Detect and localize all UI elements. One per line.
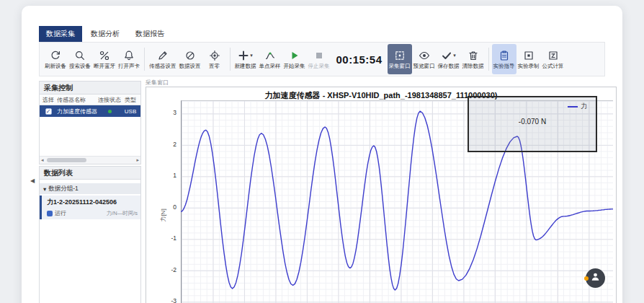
experiment-record-label: 实验录制 (518, 63, 540, 69)
clipboard-icon (498, 50, 510, 61)
single-sample-button[interactable]: 单点采样 (258, 44, 282, 74)
zero-set-label: 置零 (209, 63, 220, 69)
formula-calc-label: 公式计算 (542, 63, 564, 69)
toolbar: 刷新设备搜索设备断开蓝牙打开声卡传感器设置数据设置置零▾新建数据单点采样开始采集… (39, 42, 605, 76)
scroll-left-icon[interactable]: ◂ (41, 157, 44, 163)
stop-collect-label: 停止采集 (308, 63, 330, 69)
refresh-devices-label: 刷新设备 (45, 63, 66, 69)
caret-down-icon[interactable]: ▾ (250, 53, 253, 58)
tab-data-analysis[interactable]: 数据分析 (84, 26, 127, 42)
toolbar-separator (230, 48, 231, 71)
app-window: 数据采集 数据分析 数据报告 刷新设备搜索设备断开蓝牙打开声卡传感器设置数据设置… (22, 6, 622, 303)
open-soundcard-button[interactable]: 打开声卡 (117, 44, 141, 74)
open-soundcard-label: 打开声卡 (118, 63, 140, 69)
data-group-label: 数据分组-1 (48, 185, 79, 193)
experiment-guide-button[interactable]: 实验指导 (492, 44, 516, 74)
horizontal-scrollbar[interactable]: ◂ ▸ (40, 156, 140, 164)
scroll-right-icon[interactable]: ▸ (136, 157, 139, 163)
stop-collect-button[interactable]: 停止采集 (307, 44, 331, 74)
run-badge: 运行 (55, 209, 66, 217)
y-tick--1: -1 (146, 234, 176, 242)
dashedsq-icon (394, 50, 406, 61)
collect-window-button[interactable]: 采集窗口 (388, 44, 412, 74)
person-icon (590, 271, 601, 285)
zero-set-button[interactable]: 置零 (202, 44, 227, 74)
col-conn-status: 连接状态 (97, 96, 122, 104)
check-icon (441, 50, 452, 61)
data-list-title: 数据列表 (40, 167, 140, 180)
refresh-devices-button[interactable]: 刷新设备 (43, 44, 68, 74)
desktop: { "window": { "tabs": [ {"label": "数据采集"… (0, 0, 644, 303)
collect-control-title: 采集控制 (40, 82, 140, 95)
data-settings-button[interactable]: 数据设置 (178, 44, 202, 74)
scrollbar-thumb[interactable] (47, 158, 86, 162)
y-tick-3: 3 (146, 109, 176, 116)
y-tick--2: -2 (146, 266, 176, 273)
collapse-left-icon: ◀ (30, 177, 35, 184)
eye-icon (419, 50, 430, 61)
toolbar-separator (144, 48, 145, 71)
tab-data-collect[interactable]: 数据采集 (39, 26, 82, 42)
sensor-settings-button[interactable]: 传感器设置 (148, 44, 178, 74)
sample-icon (264, 50, 276, 61)
play-icon (289, 50, 300, 61)
sensor-type: USB (122, 108, 139, 115)
disconnect-bluetooth-button[interactable]: 断开蓝牙 (92, 44, 117, 74)
new-data-button[interactable]: ▾新建数据 (233, 44, 258, 74)
stop-icon (313, 50, 325, 61)
value-annotation: -0.070 N (469, 118, 596, 126)
y-tick-1: 1 (146, 172, 176, 179)
tree-caret-icon: ▾ (43, 185, 46, 193)
experiment-record-button[interactable]: 实验录制 (516, 44, 541, 74)
y-axis-label: 力[N] (159, 208, 167, 221)
fxsq-icon (547, 50, 559, 61)
y-tick--3: -3 (146, 297, 176, 303)
collect-window-label: 采集窗口 (146, 79, 169, 87)
y-tick-2: 2 (146, 141, 176, 148)
recsq-icon (523, 50, 535, 61)
preview-window-label: 预览窗口 (413, 63, 435, 69)
sidebar-collapse-button[interactable]: ◀ (30, 177, 35, 184)
data-group-row[interactable]: ▾ 数据分组-1 (40, 183, 140, 194)
preview-window-button[interactable]: 预览窗口 (412, 44, 437, 74)
save-data-button[interactable]: ▾保存数据 (437, 44, 461, 74)
search-icon (74, 50, 86, 61)
col-type: 类型 (122, 96, 139, 104)
connected-status-dot (108, 110, 112, 113)
sensor-name: 力加速度传感器 (57, 107, 97, 115)
target-icon (209, 50, 220, 61)
notification-dot (584, 276, 589, 281)
sensor-checkbox[interactable]: ✓ (45, 108, 52, 115)
refresh-icon (50, 50, 61, 61)
legend-label: 力 (581, 102, 587, 111)
assistant-button[interactable] (586, 268, 605, 288)
toolbar-separator (488, 48, 489, 71)
search-devices-button[interactable]: 搜索设备 (68, 44, 92, 74)
data-settings-label: 数据设置 (179, 63, 201, 69)
chart-container: 力加速度传感器 - XHSP-V10HID_path_-1981348857_1… (146, 87, 617, 303)
tab-data-report[interactable]: 数据报告 (128, 26, 171, 42)
legend-line-icon (568, 106, 578, 107)
search-devices-label: 搜索设备 (69, 63, 91, 69)
formula-calc-button[interactable]: 公式计算 (541, 44, 565, 74)
bluetooth-icon (99, 50, 110, 61)
data-item-row[interactable]: 力1-2-20251112-042506 运行 力/N—时间/s (40, 196, 140, 219)
sensor-table-header: 选择 传感器名称 连接状态 类型 (40, 95, 140, 105)
new-data-label: 新建数据 (235, 63, 256, 69)
start-collect-label: 开始采集 (284, 63, 305, 69)
save-data-label: 保存数据 (438, 63, 460, 69)
pen-icon (157, 50, 169, 61)
selection-bar (40, 196, 42, 219)
collect-timer: 00:15:54 (331, 53, 388, 66)
single-sample-label: 单点采样 (259, 63, 281, 69)
data-item-title: 力1-2-20251112-042506 (47, 198, 138, 207)
trash-icon (468, 50, 479, 61)
clear-data-label: 清除数据 (462, 63, 484, 69)
experiment-guide-label: 实验指导 (493, 63, 515, 69)
clear-data-button[interactable]: 清除数据 (461, 44, 486, 74)
caret-down-icon[interactable]: ▾ (453, 53, 456, 58)
run-status-icon (47, 211, 53, 216)
start-collect-button[interactable]: 开始采集 (282, 44, 307, 74)
sensor-table-row[interactable]: ✓ 力加速度传感器 USB (40, 105, 140, 117)
collect-control-panel: 采集控制 选择 传感器名称 连接状态 类型 ✓ 力加速度传感器 USB ◂ ▸ (39, 81, 141, 164)
